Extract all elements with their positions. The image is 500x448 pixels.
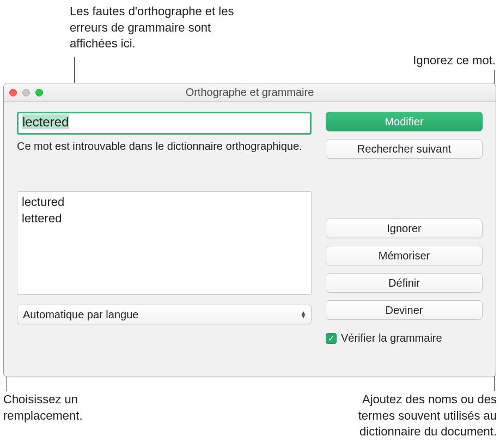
- callout-choose-replacement: Choisissez un remplacement.: [3, 391, 145, 423]
- find-next-button[interactable]: Rechercher suivant: [326, 139, 483, 159]
- language-select-value: Automatique par langue: [23, 308, 138, 321]
- callout-errors-shown: Les fautes d'orthographe et les erreurs …: [70, 3, 255, 52]
- status-text: Ce mot est introuvable dans le dictionna…: [17, 139, 312, 153]
- list-item[interactable]: lettered: [22, 210, 307, 227]
- misspelled-word-text: lectered: [22, 114, 69, 129]
- modify-button[interactable]: Modifier: [326, 112, 483, 131]
- ignore-button[interactable]: Ignorer: [326, 219, 483, 238]
- memorize-button[interactable]: Mémoriser: [326, 246, 483, 265]
- guess-button[interactable]: Deviner: [326, 300, 483, 320]
- checkmark-icon: ✓: [328, 334, 335, 343]
- check-grammar-checkbox[interactable]: ✓: [326, 333, 337, 344]
- window-title: Orthographe et grammaire: [4, 86, 496, 99]
- language-select[interactable]: Automatique par langue ▲▼: [17, 305, 312, 324]
- callout-add-to-dictionary: Ajoutez des noms ou des termes souvent u…: [322, 391, 497, 440]
- define-button[interactable]: Définir: [326, 273, 483, 293]
- suggestions-list[interactable]: lectured lettered: [17, 191, 312, 295]
- misspelled-word-field[interactable]: lectered: [17, 112, 312, 135]
- check-grammar-label: Vérifier la grammaire: [341, 332, 442, 344]
- list-item[interactable]: lectured: [22, 194, 307, 210]
- chevron-updown-icon: ▲▼: [300, 311, 307, 318]
- titlebar: Orthographe et grammaire: [4, 83, 496, 102]
- spelling-grammar-window: Orthographe et grammaire lectered Ce mot…: [3, 83, 496, 377]
- callout-ignore-word: Ignorez ce mot.: [376, 52, 496, 69]
